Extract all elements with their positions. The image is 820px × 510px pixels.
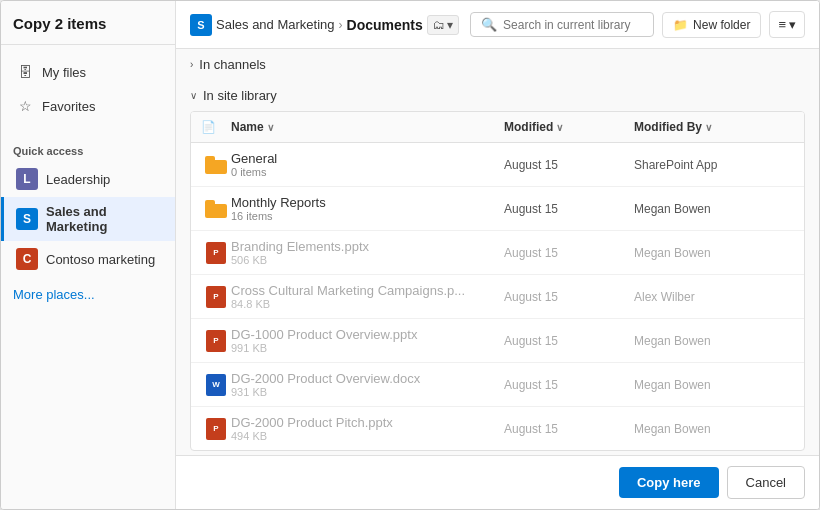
file-name-cell: Cross Cultural Marketing Campaigns.p... … bbox=[231, 283, 504, 310]
file-modified-by: Megan Bowen bbox=[634, 334, 794, 348]
file-subtext: 931 KB bbox=[231, 386, 504, 398]
file-table: 📄 Name ∨ Modified ∨ Modified By ∨ bbox=[190, 111, 805, 451]
col-icon-header: 📄 bbox=[201, 120, 231, 134]
in-channels-label: In channels bbox=[199, 57, 266, 72]
more-places-link[interactable]: More places... bbox=[1, 277, 175, 312]
favorites-icon: ☆ bbox=[16, 97, 34, 115]
left-panel: Copy 2 items 🗄 My files ☆ Favorites Quic… bbox=[1, 1, 176, 509]
file-modified-date: August 15 bbox=[504, 378, 634, 392]
file-subtext: 506 KB bbox=[231, 254, 504, 266]
file-icon-cell bbox=[201, 156, 231, 174]
breadcrumb: S Sales and Marketing › Documents 🗂 ▾ bbox=[190, 14, 462, 36]
file-rows: General 0 items August 15 SharePoint App… bbox=[191, 143, 804, 450]
right-panel: S Sales and Marketing › Documents 🗂 ▾ 🔍 … bbox=[176, 1, 819, 509]
file-modified-date: August 15 bbox=[504, 202, 634, 216]
in-channels-section[interactable]: › In channels bbox=[176, 49, 819, 80]
file-subtext: 0 items bbox=[231, 166, 504, 178]
file-icon-cell: P bbox=[201, 242, 231, 264]
file-name: DG-1000 Product Overview.pptx bbox=[231, 327, 504, 342]
menu-button[interactable]: ≡ ▾ bbox=[769, 11, 805, 38]
name-sort-icon: ∨ bbox=[267, 122, 274, 133]
qa-leadership-label: Leadership bbox=[46, 172, 110, 187]
file-icon-cell: W bbox=[201, 374, 231, 396]
new-folder-label: New folder bbox=[693, 18, 750, 32]
menu-chevron-icon: ▾ bbox=[789, 17, 796, 32]
file-modified-date: August 15 bbox=[504, 422, 634, 436]
file-modified-by: Megan Bowen bbox=[634, 202, 794, 216]
col-modified-header[interactable]: Modified ∨ bbox=[504, 120, 634, 134]
file-name-cell: Monthly Reports 16 items bbox=[231, 195, 504, 222]
copy-here-button[interactable]: Copy here bbox=[619, 467, 719, 498]
file-name: Cross Cultural Marketing Campaigns.p... bbox=[231, 283, 504, 298]
file-modified-date: August 15 bbox=[504, 290, 634, 304]
folder-icon bbox=[205, 156, 227, 174]
cancel-button[interactable]: Cancel bbox=[727, 466, 805, 499]
file-name: DG-2000 Product Overview.docx bbox=[231, 371, 504, 386]
table-row: W DG-2000 Product Overview.docx 931 KB A… bbox=[191, 363, 804, 407]
modified-by-sort-icon: ∨ bbox=[705, 122, 712, 133]
docx-icon: W bbox=[206, 374, 226, 396]
quick-access-heading: Quick access bbox=[1, 133, 175, 161]
modified-by-col-label: Modified By bbox=[634, 120, 702, 134]
table-row[interactable]: Monthly Reports 16 items August 15 Megan… bbox=[191, 187, 804, 231]
col-name-header[interactable]: Name ∨ bbox=[231, 120, 504, 134]
qa-contoso-label: Contoso marketing bbox=[46, 252, 155, 267]
file-modified-by: SharePoint App bbox=[634, 158, 794, 172]
folder-icon bbox=[205, 200, 227, 218]
file-icon-cell: P bbox=[201, 286, 231, 308]
in-site-library-label: In site library bbox=[203, 88, 277, 103]
table-row[interactable]: General 0 items August 15 SharePoint App bbox=[191, 143, 804, 187]
file-subtext: 84.8 KB bbox=[231, 298, 504, 310]
pptx-icon: P bbox=[206, 286, 226, 308]
site-name: Sales and Marketing bbox=[216, 17, 335, 32]
file-name-cell: General 0 items bbox=[231, 151, 504, 178]
file-icon-cell bbox=[201, 200, 231, 218]
file-name-cell: Branding Elements.pptx 506 KB bbox=[231, 239, 504, 266]
search-input[interactable] bbox=[503, 18, 643, 32]
file-modified-by: Megan Bowen bbox=[634, 246, 794, 260]
file-modified-date: August 15 bbox=[504, 246, 634, 260]
in-site-library-chevron-icon: ∨ bbox=[190, 90, 197, 101]
pptx-icon: P bbox=[206, 242, 226, 264]
col-modified-by-header[interactable]: Modified By ∨ bbox=[634, 120, 794, 134]
in-channels-chevron-icon: › bbox=[190, 59, 193, 70]
menu-icon: ≡ bbox=[778, 17, 786, 32]
chevron-down-icon: ▾ bbox=[447, 18, 453, 32]
modified-col-label: Modified bbox=[504, 120, 553, 134]
table-row: P Cross Cultural Marketing Campaigns.p..… bbox=[191, 275, 804, 319]
file-type-icon: 📄 bbox=[201, 120, 216, 134]
table-header: 📄 Name ∨ Modified ∨ Modified By ∨ bbox=[191, 112, 804, 143]
qa-sales-marketing-icon: S bbox=[16, 208, 38, 230]
quick-access-list: L Leadership S Sales and Marketing C Con… bbox=[1, 161, 175, 277]
file-modified-date: August 15 bbox=[504, 158, 634, 172]
favorites-label: Favorites bbox=[42, 99, 95, 114]
footer: Copy here Cancel bbox=[176, 455, 819, 509]
file-modified-by: Megan Bowen bbox=[634, 378, 794, 392]
content-area: › In channels ∨ In site library 📄 Name ∨ bbox=[176, 49, 819, 455]
in-site-library-section[interactable]: ∨ In site library bbox=[176, 80, 819, 111]
breadcrumb-separator: › bbox=[339, 18, 343, 32]
site-icon: S bbox=[190, 14, 212, 36]
nav-favorites[interactable]: ☆ Favorites bbox=[1, 89, 175, 123]
name-col-label: Name bbox=[231, 120, 264, 134]
left-nav: 🗄 My files ☆ Favorites bbox=[1, 45, 175, 133]
file-modified-date: August 15 bbox=[504, 334, 634, 348]
file-name: Branding Elements.pptx bbox=[231, 239, 504, 254]
breadcrumb-expand-button[interactable]: 🗂 ▾ bbox=[427, 15, 459, 35]
copy-dialog: Copy 2 items 🗄 My files ☆ Favorites Quic… bbox=[0, 0, 820, 510]
qa-leadership[interactable]: L Leadership bbox=[1, 161, 175, 197]
my-files-icon: 🗄 bbox=[16, 63, 34, 81]
file-modified-by: Alex Wilber bbox=[634, 290, 794, 304]
file-subtext: 494 KB bbox=[231, 430, 504, 442]
my-files-label: My files bbox=[42, 65, 86, 80]
pptx-icon: P bbox=[206, 418, 226, 440]
new-folder-icon: 📁 bbox=[673, 18, 688, 32]
file-subtext: 16 items bbox=[231, 210, 504, 222]
qa-contoso-icon: C bbox=[16, 248, 38, 270]
new-folder-button[interactable]: 📁 New folder bbox=[662, 12, 761, 38]
nav-my-files[interactable]: 🗄 My files bbox=[1, 55, 175, 89]
search-box[interactable]: 🔍 bbox=[470, 12, 654, 37]
qa-sales-marketing[interactable]: S Sales and Marketing bbox=[1, 197, 175, 241]
file-modified-by: Megan Bowen bbox=[634, 422, 794, 436]
qa-contoso[interactable]: C Contoso marketing bbox=[1, 241, 175, 277]
